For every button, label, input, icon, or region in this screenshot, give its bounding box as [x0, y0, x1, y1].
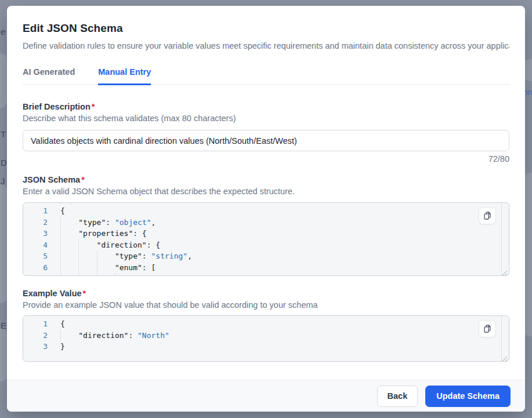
code-token: :	[142, 252, 151, 260]
example-value-label: Example Value*	[23, 289, 509, 299]
background-card	[524, 59, 532, 81]
indent-guide	[78, 273, 96, 276]
brief-description-label: Brief Description*	[23, 102, 509, 112]
code-token: {	[60, 206, 65, 215]
required-asterisk: *	[92, 102, 95, 111]
code-line: 2"type": "object",	[23, 217, 509, 228]
code-token: ,	[165, 274, 169, 276]
code-line: 3"properties": {	[23, 228, 509, 239]
indent-guide	[60, 239, 78, 251]
indent-guide	[60, 250, 78, 262]
back-button[interactable]: Back	[377, 386, 418, 407]
line-number: 5	[23, 250, 48, 262]
code-token: : {	[147, 241, 160, 249]
code-token: "enum"	[115, 263, 142, 272]
indent-guide	[97, 250, 115, 262]
char-counter: 72/80	[23, 154, 509, 164]
line-number: 7	[23, 273, 48, 276]
modal-subtitle: Define validation rules to ensure your v…	[23, 41, 509, 51]
line-number: 6	[23, 262, 48, 274]
json-schema-label: JSON Schema*	[23, 175, 509, 185]
code-token: "North"	[133, 274, 165, 276]
code-line: 1{	[23, 205, 509, 217]
code-token: : {	[133, 229, 146, 238]
indent-guide	[60, 217, 78, 228]
line-number: 3	[23, 228, 48, 239]
indent-guide	[60, 273, 78, 276]
background-card	[0, 53, 7, 108]
modal-title: Edit JSON Schema	[23, 22, 509, 35]
copy-button[interactable]	[479, 320, 496, 337]
code-token: {	[60, 319, 65, 328]
tab-bar: AI Generated Manual Entry	[23, 67, 509, 85]
example-value-helper: Provide an example JSON value that shoul…	[23, 300, 509, 310]
code-token: "string"	[151, 252, 188, 260]
code-token: "North"	[137, 331, 169, 340]
code-token: ,	[187, 252, 192, 260]
code-token: :	[128, 331, 137, 340]
code-token: "type"	[115, 252, 142, 260]
copy-icon	[483, 211, 492, 220]
resize-handle-icon	[501, 355, 508, 362]
code-token: }	[60, 342, 65, 351]
indent-guide	[97, 262, 115, 274]
code-line: 1{	[23, 318, 509, 330]
example-value-editor[interactable]: 1{2"direction": "North"3}	[23, 315, 509, 362]
code-token: "type"	[78, 218, 106, 227]
indent-guide	[78, 262, 96, 274]
code-token: "properties"	[78, 229, 133, 238]
line-number: 3	[23, 341, 48, 352]
indent-guide	[60, 262, 78, 274]
copy-button[interactable]	[479, 207, 496, 224]
copy-icon	[483, 324, 492, 333]
background-text-fragment: T	[1, 129, 6, 139]
indent-guide	[78, 250, 96, 262]
indent-guide	[60, 330, 78, 341]
line-number: 2	[23, 217, 48, 228]
resize-handle[interactable]	[501, 354, 508, 360]
background-text-fragment: D	[1, 158, 7, 168]
line-number: 1	[23, 205, 48, 217]
indent-guide	[78, 239, 96, 251]
background-text-fragment: E	[1, 321, 6, 330]
code-token: "direction"	[78, 331, 128, 340]
brief-description-helper: Describe what this schema validates (max…	[23, 114, 509, 123]
label-text: Example Value	[23, 289, 82, 298]
indent-guide	[97, 273, 115, 276]
required-asterisk: *	[83, 289, 86, 298]
code-token: "direction"	[97, 241, 147, 249]
code-line: 6"enum": [	[23, 262, 509, 274]
modal-footer: Back Update Schema	[7, 380, 525, 412]
line-number: 2	[23, 330, 48, 341]
json-schema-editor[interactable]: 1{2"type": "object",3"properties": {4"di…	[23, 202, 509, 276]
code-line: 7"North",	[23, 273, 509, 276]
brief-description-input[interactable]	[23, 130, 509, 151]
background-card	[524, 173, 532, 336]
code-token: : [	[142, 263, 155, 272]
json-schema-helper: Enter a valid JSON Schema object that de…	[23, 187, 509, 197]
label-text: JSON Schema	[23, 175, 80, 184]
code-line: 3}	[23, 341, 509, 352]
line-number: 1	[23, 318, 48, 330]
line-number: 4	[23, 239, 48, 251]
background-card	[0, 328, 7, 381]
edit-json-schema-modal: Edit JSON Schema Define validation rules…	[7, 6, 525, 412]
code-token: ,	[151, 218, 156, 227]
background-card	[0, 184, 7, 303]
background-text-fragment: J	[1, 176, 5, 186]
tab-ai-generated[interactable]: AI Generated	[23, 67, 75, 85]
resize-handle-icon	[501, 270, 508, 276]
label-text: Brief Description	[23, 102, 91, 111]
code-token: "object"	[115, 218, 151, 227]
indent-guide	[60, 228, 78, 239]
code-line: 5"type": "string",	[23, 250, 509, 262]
tab-manual-entry[interactable]: Manual Entry	[98, 67, 151, 85]
background-text-fragment: e	[1, 27, 5, 37]
code-token: :	[106, 218, 115, 227]
update-schema-button[interactable]: Update Schema	[425, 386, 511, 407]
required-asterisk: *	[81, 175, 85, 184]
code-line: 4"direction": {	[23, 239, 509, 251]
indent-guide	[115, 273, 133, 276]
resize-handle[interactable]	[501, 268, 508, 274]
code-line: 2"direction": "North"	[23, 330, 509, 341]
